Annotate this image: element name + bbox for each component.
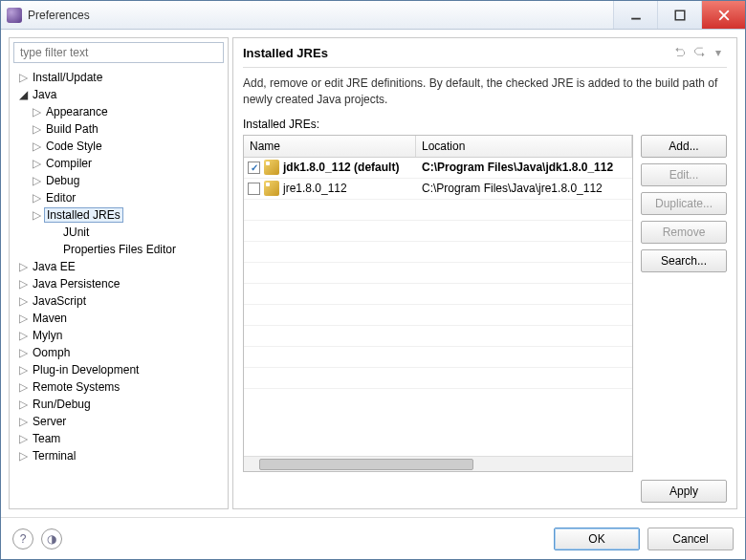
tree-item-compiler[interactable]: ▷Compiler bbox=[13, 155, 228, 172]
svg-rect-1 bbox=[675, 11, 685, 20]
tree-item-server[interactable]: ▷Server bbox=[13, 413, 228, 430]
table-label: Installed JREs: bbox=[243, 118, 727, 131]
tree-item-label: Java Persistence bbox=[31, 277, 121, 291]
preferences-tree[interactable]: ▷Install/Update◢Java▷Appearance▷Build Pa… bbox=[10, 67, 228, 508]
jre-icon bbox=[264, 181, 279, 196]
duplicate-button[interactable]: Duplicate... bbox=[641, 192, 727, 215]
tree-item-label: Installed JREs bbox=[44, 207, 123, 223]
column-location[interactable]: Location bbox=[416, 136, 632, 157]
tree-item-label: JavaScript bbox=[31, 294, 88, 308]
tree-item-build-path[interactable]: ▷Build Path bbox=[13, 120, 228, 138]
table-row[interactable]: jre1.8.0_112C:\Program Files\Java\jre1.8… bbox=[244, 179, 632, 200]
tree-item-junit[interactable]: JUnit bbox=[13, 224, 228, 241]
chevron-right-icon: ▷ bbox=[31, 192, 42, 204]
chevron-right-icon bbox=[48, 226, 59, 238]
tree-item-label: Run/Debug bbox=[31, 398, 93, 411]
tree-item-label: Plug-in Development bbox=[31, 363, 141, 377]
tree-item-label: Server bbox=[31, 415, 68, 428]
tree-item-label: Install/Update bbox=[31, 71, 104, 84]
tree-item-label: Properties Files Editor bbox=[61, 243, 178, 256]
tree-item-editor[interactable]: ▷Editor bbox=[13, 189, 228, 206]
chevron-right-icon: ▷ bbox=[31, 123, 42, 135]
progress-icon[interactable]: ◑ bbox=[41, 528, 62, 549]
tree-item-oomph[interactable]: ▷Oomph bbox=[13, 344, 228, 361]
chevron-right-icon: ▷ bbox=[31, 175, 42, 186]
jre-table[interactable]: Name Location ✓jdk1.8.0_112 (default)C:\… bbox=[243, 135, 633, 472]
chevron-right-icon: ▷ bbox=[17, 416, 29, 427]
jre-icon bbox=[264, 160, 279, 175]
table-row-empty bbox=[244, 305, 632, 326]
ok-button[interactable]: OK bbox=[554, 528, 640, 550]
filter-input[interactable] bbox=[13, 42, 224, 63]
help-icon[interactable]: ? bbox=[12, 528, 33, 549]
tree-item-java[interactable]: ◢Java bbox=[13, 86, 228, 103]
tree-item-properties-files-editor[interactable]: Properties Files Editor bbox=[13, 241, 228, 258]
remove-button[interactable]: Remove bbox=[641, 221, 727, 244]
table-row[interactable]: ✓jdk1.8.0_112 (default)C:\Program Files\… bbox=[244, 158, 632, 179]
tree-item-plug-in-development[interactable]: ▷Plug-in Development bbox=[13, 361, 228, 378]
tree-item-label: Maven bbox=[31, 312, 69, 325]
maximize-button[interactable] bbox=[657, 1, 701, 29]
checkbox[interactable] bbox=[248, 183, 260, 195]
table-row-empty bbox=[244, 326, 632, 347]
chevron-right-icon: ▷ bbox=[17, 261, 29, 272]
footer: ? ◑ OK Cancel bbox=[1, 517, 745, 559]
chevron-right-icon: ▷ bbox=[17, 450, 29, 462]
chevron-right-icon: ▷ bbox=[17, 381, 29, 393]
chevron-right-icon: ▷ bbox=[17, 364, 29, 376]
checkbox[interactable]: ✓ bbox=[248, 162, 260, 174]
table-row-empty bbox=[244, 263, 632, 284]
tree-item-terminal[interactable]: ▷Terminal bbox=[13, 447, 228, 464]
back-icon[interactable]: ⮌ bbox=[671, 44, 689, 61]
cancel-button[interactable]: Cancel bbox=[647, 528, 734, 550]
tree-item-maven[interactable]: ▷Maven bbox=[13, 310, 228, 327]
tree-item-java-ee[interactable]: ▷Java EE bbox=[13, 258, 228, 275]
jre-name: jre1.8.0_112 bbox=[283, 182, 347, 195]
minimize-button[interactable] bbox=[613, 1, 657, 29]
tree-item-debug[interactable]: ▷Debug bbox=[13, 172, 228, 189]
tree-item-mylyn[interactable]: ▷Mylyn bbox=[13, 327, 228, 344]
tree-item-label: Debug bbox=[44, 174, 81, 187]
close-button[interactable] bbox=[701, 1, 745, 29]
titlebar[interactable]: Preferences bbox=[1, 1, 745, 30]
table-row-empty bbox=[244, 242, 632, 263]
chevron-down-icon: ◢ bbox=[17, 89, 29, 100]
preferences-window: Preferences ▷Install/Update◢Java▷Appeara… bbox=[0, 0, 746, 560]
jre-location: C:\Program Files\Java\jdk1.8.0_112 bbox=[416, 161, 632, 174]
apply-button[interactable]: Apply bbox=[641, 480, 727, 503]
tree-item-label: Editor bbox=[44, 191, 77, 205]
tree-item-run-debug[interactable]: ▷Run/Debug bbox=[13, 396, 228, 413]
tree-item-label: Terminal bbox=[31, 449, 77, 463]
tree-item-label: Code Style bbox=[44, 140, 104, 153]
page-description: Add, remove or edit JRE definitions. By … bbox=[243, 75, 727, 108]
chevron-right-icon: ▷ bbox=[31, 106, 42, 118]
tree-item-install-update[interactable]: ▷Install/Update bbox=[13, 69, 228, 86]
tree-item-appearance[interactable]: ▷Appearance bbox=[13, 103, 228, 120]
table-row-empty bbox=[244, 200, 632, 221]
tree-item-label: Appearance bbox=[44, 105, 110, 118]
tree-item-java-persistence[interactable]: ▷Java Persistence bbox=[13, 275, 228, 292]
tree-item-label: Java bbox=[31, 88, 58, 101]
tree-item-team[interactable]: ▷Team bbox=[13, 430, 228, 447]
add-button[interactable]: Add... bbox=[641, 135, 727, 158]
column-name[interactable]: Name bbox=[244, 136, 416, 157]
horizontal-scrollbar[interactable] bbox=[244, 456, 632, 471]
chevron-right-icon: ▷ bbox=[17, 347, 29, 358]
chevron-right-icon: ▷ bbox=[17, 433, 29, 444]
tree-item-label: Remote Systems bbox=[31, 380, 121, 394]
table-row-empty bbox=[244, 221, 632, 242]
tree-item-installed-jres[interactable]: ▷Installed JREs bbox=[13, 206, 228, 224]
edit-button[interactable]: Edit... bbox=[641, 163, 727, 186]
forward-icon[interactable]: ⮎ bbox=[691, 44, 708, 61]
menu-dropdown-icon[interactable]: ▾ bbox=[710, 44, 727, 61]
search-button[interactable]: Search... bbox=[641, 249, 727, 272]
tree-item-code-style[interactable]: ▷Code Style bbox=[13, 138, 228, 155]
jre-name: jdk1.8.0_112 (default) bbox=[283, 161, 399, 174]
tree-item-label: Mylyn bbox=[31, 329, 64, 342]
chevron-right-icon bbox=[48, 244, 59, 255]
tree-item-label: Team bbox=[31, 432, 62, 445]
tree-item-label: Java EE bbox=[31, 260, 77, 273]
chevron-right-icon: ▷ bbox=[17, 278, 29, 290]
tree-item-remote-systems[interactable]: ▷Remote Systems bbox=[13, 378, 228, 396]
tree-item-javascript[interactable]: ▷JavaScript bbox=[13, 292, 228, 310]
